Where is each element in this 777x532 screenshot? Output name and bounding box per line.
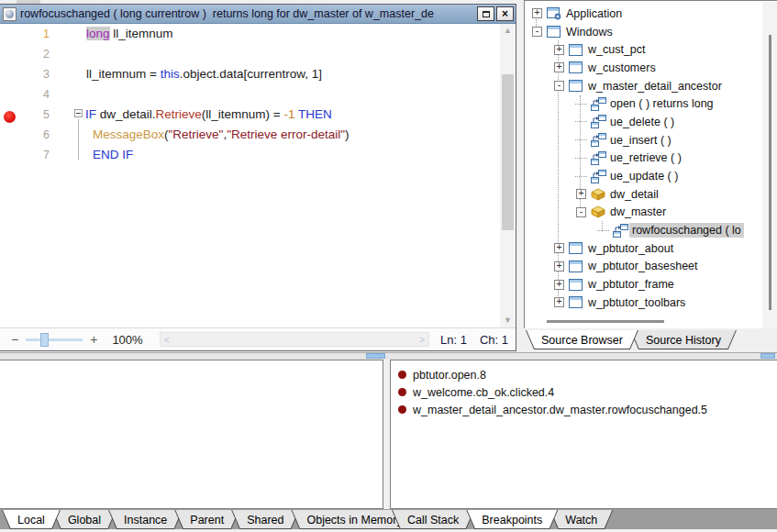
scroll-left-icon[interactable]: < bbox=[164, 335, 170, 345]
expand-icon[interactable]: + bbox=[532, 8, 542, 18]
code-token: dw_detail. bbox=[96, 107, 156, 121]
tree-item-w-cust-pct[interactable]: + w_cust_pct bbox=[525, 40, 761, 59]
tree-item-label[interactable]: w_pbtutor_toolbars bbox=[585, 295, 688, 310]
breakpoints-panel: pbtutor.open.8 w_welcome.cb_ok.clicked.4… bbox=[390, 360, 777, 509]
breakpoint-gutter[interactable] bbox=[0, 125, 20, 145]
code-token: ll_itemnum bbox=[110, 27, 173, 40]
tree-item-label[interactable]: ue_insert ( ) bbox=[607, 133, 674, 148]
breakpoint-dot-icon bbox=[398, 371, 406, 379]
tree-item-label[interactable]: Windows bbox=[563, 25, 616, 39]
tab-call-stack[interactable]: Call Stack bbox=[392, 510, 474, 529]
tree-item-windows[interactable]: - Windows bbox=[525, 23, 761, 41]
breakpoint-gutter[interactable] bbox=[0, 145, 20, 165]
tab-global[interactable]: Global bbox=[52, 510, 117, 529]
tree-vertical-scrollbar[interactable] bbox=[762, 2, 777, 328]
tree-item-w-pbtutor-toolbars[interactable]: + w_pbtutor_toolbars bbox=[525, 294, 761, 312]
tree-item-label[interactable]: w_pbtutor_frame bbox=[585, 277, 677, 292]
editor-vertical-scrollbar[interactable]: ▲ ▼ bbox=[500, 24, 516, 327]
zoom-slider-handle[interactable] bbox=[40, 333, 49, 347]
scroll-down-icon[interactable]: ▼ bbox=[500, 314, 516, 327]
tab-source-history[interactable]: Source History bbox=[630, 330, 737, 349]
tree-item-w-pbtutor-about[interactable]: + w_pbtutor_about bbox=[525, 239, 761, 258]
breakpoint-item[interactable]: w_welcome.cb_ok.clicked.4 bbox=[398, 383, 777, 401]
breakpoint-list: pbtutor.open.8 w_welcome.cb_ok.clicked.4… bbox=[391, 360, 777, 418]
debug-tabbar: Call Stack Breakpoints Watch bbox=[392, 510, 613, 529]
fold-collapse-icon[interactable] bbox=[74, 109, 83, 117]
tree-item-dw-master[interactable]: - dw_master bbox=[525, 204, 761, 222]
tree-item-ue-insert[interactable]: ue_insert ( ) bbox=[525, 131, 761, 150]
scrollbar-thumb[interactable] bbox=[502, 74, 514, 230]
tree-item-label[interactable]: dw_detail bbox=[607, 187, 661, 202]
collapse-icon[interactable]: - bbox=[576, 207, 586, 217]
tree-item-w-customers[interactable]: + w_customers bbox=[525, 59, 761, 77]
tree-item-label[interactable]: w_pbtutor_about bbox=[585, 241, 676, 256]
tab-parent[interactable]: Parent bbox=[174, 510, 239, 529]
tab-instance[interactable]: Instance bbox=[108, 510, 183, 529]
tree-item-label[interactable]: ue_delete ( ) bbox=[607, 115, 677, 129]
tree-item-application[interactable]: + Application bbox=[525, 5, 761, 23]
expand-icon[interactable]: + bbox=[554, 62, 564, 72]
tree-item-w-pbtutor-basesheet[interactable]: + w_pbtutor_basesheet bbox=[525, 258, 761, 276]
editor-horizontal-scrollbar[interactable]: < > bbox=[160, 332, 429, 347]
zoom-slider[interactable] bbox=[26, 338, 83, 341]
breakpoint-gutter[interactable] bbox=[0, 64, 20, 84]
tab-shared[interactable]: Shared bbox=[231, 510, 299, 529]
breakpoint-gutter[interactable] bbox=[0, 44, 20, 64]
code-token: this bbox=[161, 67, 180, 81]
tab-breakpoints[interactable]: Breakpoints bbox=[466, 510, 558, 529]
breakpoint-gutter[interactable] bbox=[0, 24, 20, 44]
tree-item-w-master-detail-ancestor[interactable]: - w_master_detail_ancestor bbox=[525, 77, 761, 95]
horizontal-splitter[interactable] bbox=[0, 352, 777, 360]
tree-item-ue-delete[interactable]: ue_delete ( ) bbox=[525, 113, 761, 131]
tree-item-label[interactable]: ue_update ( ) bbox=[607, 169, 681, 183]
breakpoint-gutter[interactable] bbox=[0, 84, 20, 105]
breakpoint-item[interactable]: w_master_detail_ancestor.dw_master.rowfo… bbox=[398, 401, 777, 418]
tree-item-open-event[interactable]: open ( ) returns long bbox=[525, 94, 761, 113]
expand-icon[interactable]: + bbox=[554, 45, 564, 55]
tree-item-ue-update[interactable]: ue_update ( ) bbox=[525, 167, 761, 185]
restore-button[interactable] bbox=[477, 6, 494, 21]
expand-icon[interactable]: + bbox=[576, 189, 586, 199]
tab-watch[interactable]: Watch bbox=[549, 510, 613, 529]
editor-titlebar[interactable]: rowfocuschanged ( long currentrow ) retu… bbox=[0, 5, 516, 24]
breakpoint-item[interactable]: pbtutor.open.8 bbox=[398, 366, 777, 383]
tree-item-label[interactable]: Application bbox=[563, 6, 625, 21]
tree-item-w-pbtutor-frame[interactable]: + w_pbtutor_frame bbox=[525, 275, 761, 294]
tree-horizontal-scrollbar[interactable] bbox=[547, 320, 664, 323]
close-button[interactable]: × bbox=[496, 6, 514, 21]
tree-item-label[interactable]: w_master_detail_ancestor bbox=[585, 79, 725, 94]
tree-item-label[interactable]: rowfocuschanged ( lo bbox=[629, 223, 744, 238]
scrollbar-thumb[interactable] bbox=[769, 35, 771, 310]
breakpoint-dot-icon[interactable] bbox=[4, 111, 16, 123]
tab-label: Breakpoints bbox=[482, 514, 542, 526]
tree-item-ue-retrieve[interactable]: ue_retrieve ( ) bbox=[525, 150, 761, 168]
tree-item-label[interactable]: w_pbtutor_basesheet bbox=[585, 259, 701, 273]
expand-icon[interactable]: + bbox=[554, 243, 564, 253]
tree-item-label[interactable]: dw_master bbox=[607, 205, 669, 219]
tree-item-label[interactable]: w_customers bbox=[585, 61, 659, 75]
code-token: MessageBox bbox=[93, 127, 164, 141]
scroll-up-icon[interactable]: ▲ bbox=[500, 24, 516, 38]
collapse-icon[interactable]: - bbox=[554, 81, 564, 91]
collapse-icon[interactable]: - bbox=[532, 27, 542, 37]
zoom-out-icon[interactable]: − bbox=[7, 332, 22, 347]
expand-icon[interactable]: + bbox=[554, 280, 564, 290]
tab-source-browser[interactable]: Source Browser bbox=[526, 330, 638, 349]
expand-icon[interactable]: + bbox=[554, 261, 564, 272]
tree-item-rowfocuschanged[interactable]: rowfocuschanged ( lo bbox=[525, 221, 761, 239]
expand-icon[interactable]: + bbox=[554, 297, 564, 307]
scroll-right-icon[interactable]: > bbox=[419, 335, 425, 345]
tree-item-label[interactable]: open ( ) returns long bbox=[607, 96, 716, 111]
tree-item-label[interactable]: ue_retrieve ( ) bbox=[607, 150, 684, 165]
splitter-handle[interactable] bbox=[760, 353, 775, 359]
tree-item-dw-detail[interactable]: + dw_detail bbox=[525, 185, 761, 204]
application-icon bbox=[547, 7, 563, 20]
splitter-handle[interactable] bbox=[366, 353, 385, 359]
code-token: .object.data[currentrow, 1] bbox=[180, 67, 322, 81]
tree-item-label[interactable]: w_cust_pct bbox=[585, 42, 649, 57]
zoom-in-icon[interactable]: + bbox=[86, 332, 101, 347]
event-icon bbox=[591, 170, 607, 183]
code-editor[interactable]: 1 long ll_itemnum 2 3 ll_itemnum = this.… bbox=[0, 24, 500, 327]
tab-local[interactable]: Local bbox=[2, 510, 61, 529]
line-number: 4 bbox=[20, 84, 59, 105]
